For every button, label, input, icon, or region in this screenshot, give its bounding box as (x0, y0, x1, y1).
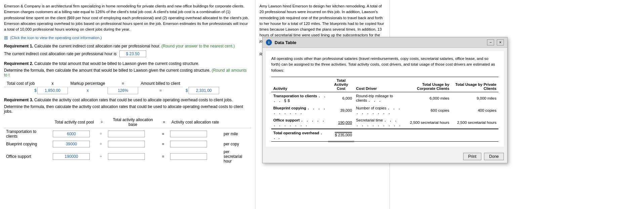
activity-rate-input-cell[interactable] (168, 128, 222, 140)
req2-val2: 126% (108, 87, 138, 94)
dt-activity-header: Activity (271, 77, 328, 92)
act-col0-header (4, 116, 51, 128)
activity-base-input-cell[interactable] (106, 148, 160, 165)
dt-private-header: Total Usage by Private Clients (451, 77, 498, 92)
activity-unit-0: per mile (222, 128, 251, 140)
req2-col3-header: Markup percentage (68, 80, 108, 87)
req2-col5-header: Amount billed to client (138, 80, 183, 87)
modal-description: All operating costs other than professio… (271, 56, 498, 73)
req3-title: Requirement 3. Calculate the activity co… (4, 98, 251, 102)
req2-val3: 2,331.00 (189, 87, 219, 94)
modal-content: All operating costs other than professio… (266, 51, 504, 147)
activity-cost-input[interactable] (53, 153, 90, 160)
done-button[interactable]: Done (484, 153, 504, 160)
minimize-button[interactable]: − (487, 39, 494, 45)
modal-controls: − × (487, 39, 504, 45)
activity-rate-input-cell[interactable] (168, 148, 222, 165)
info-icon: i (266, 39, 272, 45)
activity-cost-input[interactable] (53, 141, 90, 147)
close-button[interactable]: × (497, 39, 504, 45)
activity-base-input-cell[interactable] (106, 128, 160, 140)
act-col1-header: Total activity cost pool (51, 116, 97, 128)
divider-2: ÷ (98, 148, 106, 165)
modal-corporate-2: 2,500 secretarial hours (404, 116, 451, 129)
modal-private-0: 9,000 miles (451, 92, 498, 104)
modal-data-table: Activity Total Activity Cost Cost Driver… (271, 77, 498, 142)
left-panel: Emerson & Company is an architectural fi… (0, 0, 255, 209)
activity-unit-1: per copy (222, 140, 251, 148)
modal-total-value: $ 235,000 (328, 129, 354, 142)
activity-cost-input-cell[interactable] (51, 148, 97, 165)
activity-row: Transportation to clients ÷ = per mile (4, 128, 251, 140)
modal-private-2: 2,500 secretarial hours (451, 116, 498, 129)
req1-green-note: (Round your answer to the nearest cent.) (161, 44, 235, 48)
activity-base-input[interactable] (108, 153, 145, 160)
activity-table: Total activity cost pool ÷ Total activit… (4, 116, 251, 165)
req2-formula-text: Determine the formula, then calculate th… (4, 68, 251, 77)
act-col4-header: = (160, 116, 168, 128)
activity-label: Blueprint copying (4, 140, 51, 148)
dt-cost-header: Total Activity Cost (328, 77, 354, 92)
activity-cost-input[interactable] (53, 131, 90, 137)
activity-rate-input-cell[interactable] (168, 140, 222, 148)
intro-text: Emerson & Company is an architectural fi… (4, 3, 251, 32)
modal-driver-0: Round-trip mileage to clients . . . (354, 92, 404, 104)
req2-dollar1: $ (4, 87, 37, 94)
modal-data-row: Blueprint copying . . . . . . . . . . 39… (271, 104, 498, 116)
act-col2-header: ÷ (98, 116, 106, 128)
modal-total-label: Total operating overhead . . . (271, 129, 328, 142)
modal-driver-2: Secretarial time . . . . . . . . . . . . (354, 116, 404, 129)
modal-total-row: Total operating overhead . . . $ 235,000 (271, 129, 498, 142)
modal-activity-1: Blueprint copying . . . . . . . . . . (271, 104, 328, 116)
req2-x: x (68, 87, 108, 94)
modal-driver-1: Number of copies . . . . . . . . . . (354, 104, 404, 116)
req1-answer-label: The current indirect cost allocation rat… (4, 51, 117, 56)
activity-base-input[interactable] (108, 131, 145, 137)
activity-row: Blueprint copying ÷ = per copy (4, 140, 251, 148)
modal-title: Data Table (275, 40, 484, 45)
grid-icon[interactable]: ⊞ (4, 35, 8, 40)
divider-1: ÷ (98, 140, 106, 148)
activity-unit-2: per secretarial hour (222, 148, 251, 165)
req2-dollar2: $ (183, 87, 189, 94)
icon-link[interactable]: (Click the icon to view the operating co… (10, 36, 102, 40)
activity-cost-input-cell[interactable] (51, 140, 97, 148)
icon-link-row[interactable]: ⊞ (Click the icon to view the operating … (4, 35, 251, 40)
activity-cost-input-cell[interactable] (51, 128, 97, 140)
modal-cost-1: 39,000 (328, 104, 354, 116)
data-table-modal: i Data Table − × All operating costs oth… (262, 37, 508, 163)
activity-rate-input[interactable] (170, 141, 207, 147)
req1-answer-box: $ 23.50 (119, 50, 146, 57)
req2-eq: = (138, 87, 183, 94)
modal-private-1: 400 copies (451, 104, 498, 116)
activity-row: Office support ÷ = per secretarial hour (4, 148, 251, 165)
modal-data-row: Transporation to clients . . . . $ $ 6,0… (271, 92, 498, 104)
activity-rate-input[interactable] (170, 131, 207, 137)
equals-0: = (160, 128, 168, 140)
req2-col2-header: x (37, 80, 68, 87)
modal-data-row: Office support . . . . . . . . . . . . 1… (271, 116, 498, 129)
req3-sub: Determine the formula, then calculate th… (4, 104, 251, 114)
req2-col1-header: Total cost of job (4, 80, 37, 87)
modal-activity-0: Transporation to clients . . . . $ $ (271, 92, 328, 104)
activity-label: Office support (4, 148, 51, 165)
activity-base-input-cell[interactable] (106, 140, 160, 148)
modal-header: i Data Table − × (263, 37, 507, 48)
req2-formula-table: Total cost of job x Markup percentage = … (4, 80, 219, 94)
modal-corporate-1: 600 copies (404, 104, 451, 116)
req2-title: Requirement 2. Calculate the total amoun… (4, 61, 251, 66)
act-col5-header: Activity cost allocation rate (168, 116, 222, 128)
print-button[interactable]: Print (463, 153, 482, 160)
modal-activity-2: Office support . . . . . . . . . . . . (271, 116, 328, 129)
activity-rate-input[interactable] (170, 153, 207, 160)
activity-label: Transportation to clients (4, 128, 51, 140)
modal-corporate-0: 6,000 miles (404, 92, 451, 104)
req1-answer-row: The current indirect cost allocation rat… (4, 50, 251, 57)
req1-title: Requirement 1. Calculate the current ind… (4, 44, 251, 48)
dt-corporate-header: Total Usage by Corporate Clients (404, 77, 451, 92)
equals-1: = (160, 140, 168, 148)
req2-col4-header: = (108, 80, 138, 87)
dt-driver-header: Cost Driver (354, 77, 404, 92)
activity-base-input[interactable] (108, 141, 145, 147)
modal-footer: Print Done (263, 150, 507, 163)
